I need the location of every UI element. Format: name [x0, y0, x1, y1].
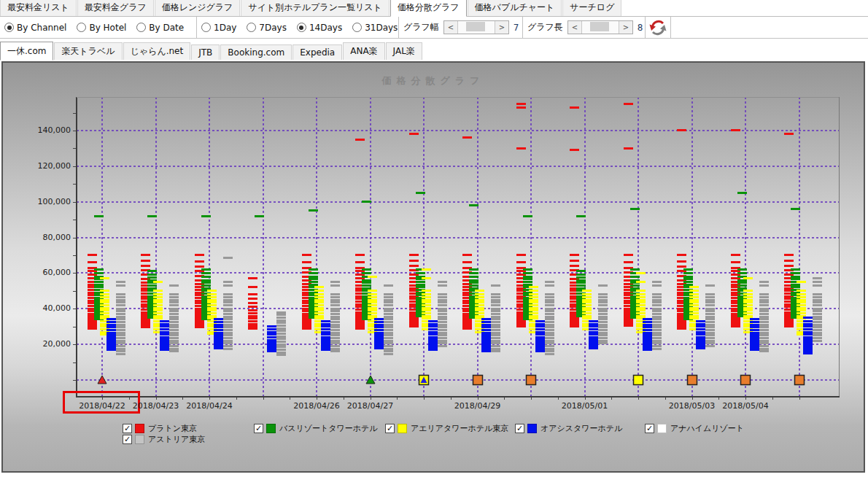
- stepper-left-arrow-icon[interactable]: <: [444, 21, 457, 34]
- price-mark: [330, 318, 340, 320]
- channel-tab-5[interactable]: Expedia: [292, 44, 342, 60]
- price-mark: [116, 329, 125, 331]
- price-mark: [636, 315, 646, 317]
- price-mark: [652, 342, 662, 344]
- main-tab-3[interactable]: サイト別ホテルプラン一覧リスト: [241, 0, 389, 16]
- graph-width-thumb[interactable]: [466, 22, 485, 31]
- main-tab-1[interactable]: 最安料金グラフ: [77, 0, 154, 16]
- graph-width-track[interactable]: [457, 21, 495, 34]
- channel-tab-0[interactable]: 一休.com: [0, 42, 53, 61]
- price-mark: [689, 299, 699, 301]
- price-mark: [428, 325, 438, 327]
- channel-tab-2[interactable]: じゃらん.net: [123, 42, 191, 60]
- legend-checkbox[interactable]: ✓: [254, 424, 263, 433]
- price-mark: [813, 332, 822, 334]
- y-axis-label: 60,000: [20, 268, 71, 277]
- price-mark: [321, 325, 330, 327]
- price-mark: [689, 312, 699, 314]
- price-mark: [207, 304, 217, 306]
- legend-checkbox[interactable]: ✓: [123, 424, 132, 433]
- period-14days[interactable]: 14Days: [297, 23, 342, 33]
- legend-checkbox[interactable]: ✓: [385, 424, 395, 433]
- price-mark: [214, 332, 223, 334]
- view-mode-by-channel[interactable]: By Channel: [4, 23, 66, 33]
- price-mark: [384, 299, 393, 301]
- price-mark: [545, 332, 554, 334]
- radio-icon[interactable]: [352, 23, 362, 32]
- price-mark: [207, 301, 217, 303]
- period-1day[interactable]: 1Day: [201, 23, 236, 33]
- price-mark: [689, 293, 699, 295]
- channel-tab-3[interactable]: JTB: [191, 44, 220, 60]
- refresh-button[interactable]: [646, 17, 671, 38]
- view-mode-by-hotel[interactable]: By Hotel: [77, 23, 126, 33]
- main-tab-6[interactable]: サーチログ: [562, 0, 621, 16]
- stepper-right-arrow-icon[interactable]: >: [619, 21, 632, 34]
- legend-checkbox[interactable]: ✓: [645, 424, 654, 433]
- price-mark: [276, 325, 286, 327]
- price-mark: [813, 304, 822, 306]
- radio-icon[interactable]: [4, 23, 14, 32]
- price-mark: [195, 326, 204, 328]
- view-mode-by-date[interactable]: By Date: [136, 23, 184, 33]
- graph-length-group: グラフ長 < > 8: [523, 17, 646, 38]
- price-mark: [759, 318, 769, 320]
- radio-icon[interactable]: [297, 23, 306, 32]
- period-7days[interactable]: 7Days: [247, 23, 287, 33]
- price-mark: [683, 281, 693, 283]
- stepper-right-arrow-icon[interactable]: >: [495, 21, 508, 34]
- price-mark: [330, 299, 340, 301]
- price-mark: [169, 340, 179, 342]
- radio-icon[interactable]: [77, 23, 86, 32]
- price-mark: [589, 333, 598, 336]
- main-tab-0[interactable]: 最安料金リスト: [0, 0, 77, 16]
- price-mark: [652, 304, 662, 306]
- legend-checkbox[interactable]: ✓: [123, 435, 132, 444]
- channel-tab-1[interactable]: 楽天トラベル: [54, 42, 122, 60]
- radio-icon[interactable]: [201, 23, 211, 32]
- price-mark: [598, 301, 608, 303]
- date-square-marker: [472, 374, 484, 388]
- price-mark: [207, 315, 217, 317]
- price-mark: [598, 284, 608, 287]
- channel-tab-7[interactable]: JAL楽: [386, 42, 422, 60]
- price-mark: [491, 296, 500, 298]
- price-mark: [438, 310, 447, 312]
- price-mark: [195, 265, 204, 268]
- graph-length-track[interactable]: [581, 21, 619, 34]
- price-mark: [743, 296, 753, 298]
- price-mark: [469, 282, 478, 284]
- price-mark: [705, 332, 715, 334]
- price-mark: [223, 293, 233, 295]
- graph-width-stepper[interactable]: < >: [443, 20, 509, 34]
- channel-tab-6[interactable]: ANA楽: [343, 42, 384, 60]
- radio-icon[interactable]: [136, 23, 146, 32]
- price-mark: [116, 340, 125, 342]
- price-mark: [545, 334, 554, 336]
- price-mark: [248, 312, 257, 314]
- price-mark: [368, 304, 377, 306]
- period-31days[interactable]: 31Days: [352, 23, 398, 33]
- main-tab-2[interactable]: 価格レンジグラフ: [155, 0, 241, 16]
- price-mark: [116, 308, 125, 310]
- channel-tab-4[interactable]: Booking.com: [220, 44, 292, 60]
- date-square-marker: [686, 374, 698, 388]
- main-tab-4[interactable]: 価格分散グラフ: [390, 0, 467, 17]
- x-gridline: [638, 97, 639, 396]
- stepper-left-arrow-icon[interactable]: <: [568, 21, 581, 34]
- price-mark: [535, 328, 545, 330]
- radio-icon[interactable]: [247, 23, 256, 32]
- graph-length-thumb[interactable]: [590, 22, 609, 31]
- price-mark: [630, 268, 640, 271]
- main-tab-5[interactable]: 価格バブルチャート: [468, 0, 562, 16]
- price-mark: [147, 274, 157, 276]
- price-mark: [321, 349, 330, 351]
- price-mark: [529, 299, 538, 301]
- legend-checkbox[interactable]: ✓: [515, 424, 524, 433]
- price-mark: [276, 338, 286, 340]
- price-mark: [598, 329, 608, 331]
- price-mark: [576, 284, 586, 287]
- price-mark: [362, 279, 371, 282]
- graph-length-stepper[interactable]: < >: [567, 20, 633, 34]
- date-square-marker: [525, 374, 537, 388]
